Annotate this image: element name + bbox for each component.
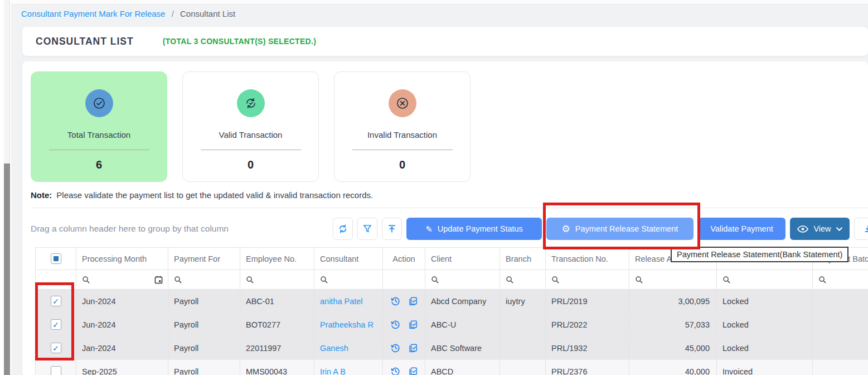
- cell-status: Locked: [717, 290, 813, 312]
- row-checkbox[interactable]: [51, 366, 61, 375]
- cell-status: Locked: [717, 313, 813, 336]
- column-header-processing-month[interactable]: Processing Month: [76, 248, 168, 270]
- filter-client[interactable]: [425, 270, 500, 289]
- filter-cell-action: [383, 270, 425, 289]
- search-icon: [174, 276, 182, 284]
- cell-transaction-no: PRL/2019: [546, 290, 629, 312]
- copy-check-icon[interactable]: [408, 296, 418, 306]
- top-strip: [11, 0, 868, 4]
- update-payment-status-button[interactable]: ✎ Update Payment Status: [406, 218, 542, 240]
- page-scrollbar[interactable]: [4, 0, 10, 375]
- cell-transaction-no: PRL/1932: [546, 336, 629, 359]
- gear-icon: ⚙: [562, 224, 570, 234]
- filter-processing-month[interactable]: [76, 270, 168, 289]
- consultant-link[interactable]: Pratheeksha R: [314, 313, 383, 336]
- cell-payment-for: Payroll: [168, 290, 240, 312]
- search-icon: [431, 276, 439, 284]
- row-checkbox[interactable]: [51, 343, 61, 353]
- note-text: Please validate the payment list to get …: [56, 190, 373, 200]
- row-checkbox[interactable]: [51, 296, 61, 306]
- cell-employee-no: MMS00043: [240, 360, 314, 375]
- filter-row: [36, 270, 868, 290]
- scrollbar-thumb[interactable]: [4, 164, 10, 375]
- payment-release-statement-button[interactable]: ⚙ Payment Release Statement: [546, 218, 694, 240]
- stat-value: 0: [399, 158, 405, 171]
- download-icon: [864, 225, 868, 233]
- cell-processing-month: Sep-2025: [76, 360, 168, 375]
- cell-release-amount: 57,033: [629, 313, 717, 336]
- consultant-link[interactable]: Irin A B: [314, 360, 383, 375]
- search-icon: [818, 276, 827, 284]
- view-dropdown-button[interactable]: View: [790, 218, 850, 240]
- filter-payment-for[interactable]: [168, 270, 240, 289]
- cell-branch: iuytry: [500, 290, 546, 312]
- cell-action: [383, 360, 425, 375]
- sync-check-icon: [237, 89, 265, 117]
- search-icon: [246, 276, 254, 284]
- filter-release-amount[interactable]: [629, 270, 717, 289]
- export-icon: [387, 224, 396, 233]
- column-header-payment-for[interactable]: Payment For: [168, 248, 240, 270]
- view-label: View: [813, 224, 831, 233]
- breadcrumb-link[interactable]: Consultant Payment Mark For Release: [21, 9, 165, 18]
- history-icon[interactable]: [390, 296, 401, 306]
- history-icon[interactable]: [390, 319, 401, 330]
- consultant-link[interactable]: anitha Patel: [314, 290, 383, 312]
- note-label: Note:: [31, 190, 52, 200]
- row-select-cell: [36, 360, 76, 375]
- breadcrumb: Consultant Payment Mark For Release / Co…: [21, 9, 235, 18]
- calendar-icon[interactable]: [154, 276, 163, 284]
- filter-employee-no[interactable]: [240, 270, 314, 289]
- cell-payment-batch: [813, 336, 868, 359]
- search-icon: [506, 276, 514, 284]
- column-header-action[interactable]: Action: [383, 248, 425, 270]
- cell-processing-month: Jun-2024: [76, 313, 168, 336]
- column-header-employee-no[interactable]: Employee No.: [240, 248, 314, 270]
- stat-value: 0: [248, 158, 254, 171]
- group-panel-hint[interactable]: Drag a column header here to group by th…: [31, 218, 229, 240]
- column-header-branch[interactable]: Branch: [500, 248, 546, 270]
- validate-payment-button[interactable]: Validate Payment: [698, 218, 785, 240]
- filter-status[interactable]: [717, 270, 813, 289]
- table-row: Jun-2024 Payroll BOT0277 Pratheeksha R A…: [36, 313, 868, 336]
- refresh-icon: [338, 224, 348, 234]
- column-header-transaction-no[interactable]: Transaction No.: [546, 248, 629, 270]
- select-all-cell: [36, 248, 76, 270]
- column-header-client[interactable]: Client: [425, 248, 500, 270]
- filter-payment-batch[interactable]: [813, 270, 868, 289]
- grid-toolbar: Drag a column header here to group by th…: [22, 218, 868, 240]
- row-checkbox[interactable]: [51, 319, 61, 330]
- select-all-checkbox[interactable]: [51, 253, 61, 264]
- filter-transaction-no[interactable]: [546, 270, 629, 289]
- column-header-consultant[interactable]: Consultant: [314, 248, 383, 270]
- validate-payment-label: Validate Payment: [710, 224, 773, 233]
- cell-transaction-no: PRL/2022: [546, 313, 629, 336]
- cell-release-amount: 45,000: [629, 336, 717, 359]
- cell-processing-month: Jun-2024: [76, 290, 168, 312]
- export-button[interactable]: [382, 218, 402, 240]
- stat-card-total-transaction: Total Transaction 6: [31, 71, 167, 182]
- search-icon: [551, 276, 560, 284]
- consultant-link[interactable]: Ganesh: [314, 336, 383, 359]
- stat-card-valid-transaction: Valid Transaction 0: [182, 71, 319, 182]
- cell-payment-for: Payroll: [168, 336, 240, 359]
- filter-cell-checkbox: [36, 270, 76, 289]
- cell-client: Abcd Company: [425, 290, 500, 312]
- filter-button[interactable]: [357, 218, 377, 240]
- filter-branch[interactable]: [500, 270, 546, 289]
- copy-check-icon[interactable]: [408, 320, 418, 330]
- check-circle-icon: [85, 89, 113, 117]
- filter-consultant[interactable]: [314, 270, 383, 289]
- divider: [31, 208, 868, 208]
- copy-check-icon[interactable]: [408, 343, 418, 353]
- history-icon[interactable]: [390, 343, 401, 353]
- copy-check-icon[interactable]: [408, 367, 418, 375]
- stat-value: 6: [96, 158, 102, 171]
- cell-client: ABC Software: [425, 336, 500, 359]
- history-icon[interactable]: [390, 366, 401, 375]
- cell-employee-no: ABC-01: [240, 290, 314, 312]
- refresh-button[interactable]: [333, 218, 353, 240]
- stat-divider: [352, 150, 453, 150]
- toolbar-buttons: ✎ Update Payment Status ⚙ Payment Releas…: [333, 218, 868, 240]
- extra-action-button[interactable]: [854, 218, 868, 240]
